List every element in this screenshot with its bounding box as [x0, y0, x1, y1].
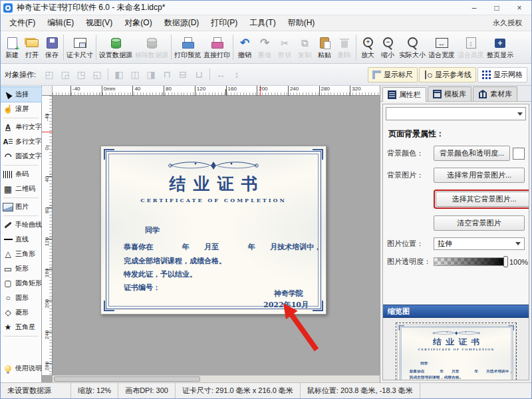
tool-label: 矩形	[15, 264, 29, 273]
show-grid-toggle[interactable]: 显示网格	[477, 67, 527, 82]
show-guides-toggle[interactable]: 显示参考线	[419, 67, 476, 82]
tool-diamond[interactable]: 菱形	[1, 305, 41, 320]
undo-button[interactable]: 撤销	[235, 35, 255, 60]
new-button[interactable]: 新建	[2, 35, 22, 60]
fit-width-button[interactable]: 适合宽度	[427, 35, 456, 60]
opacity-slider-handle[interactable]	[503, 256, 508, 267]
fit-width-icon	[434, 37, 450, 50]
menu-tools[interactable]: 工具(T)	[243, 15, 281, 31]
minimize-button[interactable]: –	[465, 1, 483, 15]
close-button[interactable]: ×	[510, 1, 529, 15]
h-ruler-label: 160	[226, 86, 237, 96]
bg-color-swatch[interactable]	[513, 148, 525, 160]
tool-group-divider	[3, 336, 39, 336]
tool-label: 圆形	[15, 293, 29, 303]
scrollbar-thumb[interactable]	[54, 376, 200, 382]
canvas-area[interactable]: -400mm4080120160200240280320360 -4004080…	[42, 86, 380, 382]
chevron-down-icon	[515, 242, 521, 245]
align-bottom-icon: ⊔	[192, 69, 205, 80]
object-selector-dropdown[interactable]	[386, 107, 526, 120]
tool-arc-text[interactable]: 圆弧文字	[1, 149, 41, 164]
tool-label: 菱形	[15, 308, 29, 317]
menu-help[interactable]: 帮助(H)	[282, 15, 321, 31]
align-top-icon: ⊓	[160, 69, 174, 80]
toolbar-button-label: 适合高度	[458, 51, 484, 59]
tool-image[interactable]: 图片	[1, 200, 41, 214]
toolbar-button-label: 适合宽度	[428, 51, 455, 59]
clear-bg-button[interactable]: 清空背景图片	[434, 215, 525, 231]
menu-edit[interactable]: 编辑(E)	[41, 15, 80, 31]
save-button[interactable]: 保存	[42, 35, 62, 60]
certificate-canvas-page[interactable]: 结业证书 CERTIFICATE OF COMPLETION 同学 恭喜你在 年…	[100, 146, 327, 315]
redo-button: 重做	[255, 35, 275, 60]
certificate-page[interactable]: 结业证书 CERTIFICATE OF COMPLETION 同学 恭喜你在 年…	[397, 324, 516, 380]
certificate-body-line: 恭喜你在 年 月至 年 月技术培训中，	[409, 368, 513, 373]
image-opacity-label: 图片透明度：	[387, 257, 431, 267]
choose-common-bg-button[interactable]: 选择常用背景图片...	[434, 168, 525, 183]
v-ruler-label: 200	[44, 299, 50, 309]
materials-tab-icon	[478, 90, 487, 98]
maximize-button[interactable]: □	[487, 1, 506, 15]
card-size-button[interactable]: 证卡尺寸	[65, 35, 94, 60]
bg-color-opacity-button[interactable]: 背景颜色和透明度...	[434, 146, 510, 161]
tab-label: 素材库	[490, 89, 512, 99]
vertical-ruler: -4004080120160200240280	[42, 96, 53, 375]
certificate-number-label: 证书编号：	[124, 283, 160, 293]
opacity-value: 100%	[509, 258, 528, 266]
help-button[interactable]: 使用说明	[1, 361, 41, 376]
tab-properties[interactable]: 属性栏	[382, 87, 426, 102]
tool-rounded-rectangle[interactable]: 圆角矩形	[1, 276, 41, 291]
tool-freehand-curve[interactable]: 手绘曲线	[1, 217, 41, 232]
v-ruler-label: 40	[44, 174, 50, 185]
h-ruler-label: 200	[257, 86, 267, 96]
rounded-rectangle-icon	[3, 279, 13, 288]
zoom-out-button[interactable]: 缩小	[378, 35, 398, 60]
show-ruler-toggle[interactable]: 显示标尺	[368, 67, 418, 82]
v-ruler-label: 160	[44, 267, 50, 278]
tool-star[interactable]: 五角星	[1, 320, 41, 334]
actual-size-button[interactable]: 实际大小	[398, 35, 427, 60]
templates-tab-icon	[433, 90, 442, 98]
tool-single-line-text[interactable]: 单行文字	[1, 120, 41, 134]
open-button[interactable]: 打开	[22, 35, 42, 60]
tool-triangle[interactable]: 三角形	[1, 247, 41, 261]
horizontal-scrollbar[interactable]	[53, 375, 380, 382]
delete-icon	[336, 37, 352, 50]
paste-button[interactable]: 粘贴	[315, 35, 334, 60]
image-position-dropdown[interactable]: 拉伸	[434, 237, 525, 250]
direct-print-button[interactable]: 直接打印	[202, 35, 231, 60]
menu-print[interactable]: 打印(P)	[205, 15, 243, 31]
certificate-page[interactable]: 结业证书 CERTIFICATE OF COMPLETION 同学 恭喜你在 年…	[100, 146, 327, 315]
move-up-layer-icon: ◳	[74, 69, 88, 80]
set-datasource-button[interactable]: 设置数据源	[98, 35, 134, 60]
choose-other-bg-button[interactable]: 选择其它背景图片...	[436, 192, 529, 207]
tab-materials[interactable]: 素材库	[473, 86, 517, 101]
tab-templates[interactable]: 模板库	[428, 86, 471, 101]
tool-rectangle[interactable]: 矩形	[1, 261, 41, 276]
barcode-icon	[3, 170, 13, 179]
tool-label: 图片	[15, 202, 29, 211]
tab-label: 属性栏	[399, 90, 421, 100]
tool-multi-line-text[interactable]: 多行文字	[1, 134, 41, 149]
tool-label: 多行文字	[15, 137, 42, 146]
thumbnail-selection[interactable]: 结业证书 CERTIFICATE OF COMPLETION 同学 恭喜你在 年…	[396, 323, 517, 380]
menu-file[interactable]: 文件(F)	[3, 15, 41, 31]
tool-pan[interactable]: 滚屏	[1, 102, 41, 116]
opacity-slider[interactable]	[434, 257, 507, 266]
zoom-in-button[interactable]: 放大	[358, 35, 378, 60]
tool-line[interactable]: 直线	[1, 232, 41, 247]
tool-select[interactable]: 选择	[1, 87, 41, 102]
tool-label: 三角形	[15, 249, 35, 259]
tool-qrcode[interactable]: 二维码	[1, 182, 41, 196]
menu-view[interactable]: 视图(V)	[80, 15, 118, 31]
object-operations-label: 对象操作:	[5, 70, 36, 80]
whole-page-button[interactable]: 整页显示	[485, 35, 515, 60]
print-preview-button[interactable]: 打印预览	[173, 35, 202, 60]
arc-text-icon	[3, 152, 13, 161]
menu-object[interactable]: 对象(O)	[118, 15, 158, 31]
tool-barcode[interactable]: 条码	[1, 167, 41, 182]
toolbar-button-label: 设置数据源	[99, 51, 132, 59]
tool-circle[interactable]: 圆形	[1, 291, 41, 305]
chevron-down-icon	[517, 112, 523, 116]
menu-datasource[interactable]: 数据源(D)	[158, 15, 205, 31]
